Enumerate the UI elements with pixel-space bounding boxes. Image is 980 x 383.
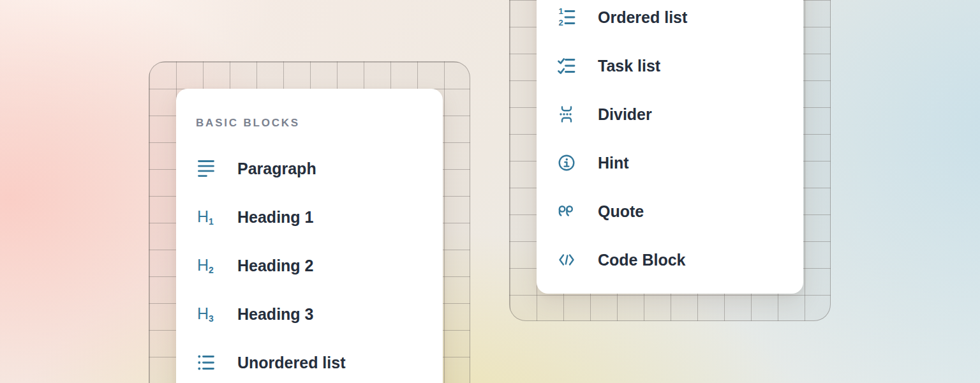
menu-item-code-block[interactable]: Code Block [537,236,803,284]
menu-item-heading-2[interactable]: H 2 Heading 2 [176,241,443,290]
heading-3-icon: H 3 [197,304,216,324]
menu-item-label: Heading 2 [237,257,313,275]
menu-item-heading-1[interactable]: H 1 Heading 1 [176,193,443,241]
svg-text:H: H [197,207,209,225]
heading-1-icon: H 1 [197,207,216,227]
hero-background: { "colors": { "accent_teal": "#33789B", … [0,0,980,383]
gradient-background [0,0,980,383]
heading-2-icon: H 2 [197,256,216,275]
menu-item-task-list[interactable]: Task list [537,41,803,90]
code-block-icon [557,250,576,269]
svg-text:1: 1 [559,8,563,16]
hint-icon [557,153,576,172]
menu-item-label: Quote [598,202,644,221]
menu-item-unordered-list[interactable]: Unordered list [176,338,443,383]
menu-item-label: Divider [598,105,652,124]
unordered-list-icon [197,353,216,372]
quote-icon [557,202,576,221]
menu-item-label: Code Block [598,251,686,269]
divider-icon [557,105,576,124]
menu-item-label: Ordered list [598,8,687,27]
menu-item-label: Paragraph [237,160,316,178]
task-list-icon [557,56,576,75]
svg-text:2: 2 [209,265,214,275]
svg-text:H: H [197,256,209,274]
svg-text:2: 2 [559,18,563,27]
paragraph-icon [197,159,216,178]
menu-item-label: Task list [598,57,660,75]
section-header-basic-blocks: BASIC BLOCKS [196,116,300,131]
menu-item-label: Heading 3 [237,305,313,324]
ordered-list-icon: 1 2 [557,8,576,27]
menu-item-quote[interactable]: Quote [537,187,803,236]
svg-text:1: 1 [209,216,214,227]
menu-item-label: Hint [598,154,629,172]
menu-item-divider[interactable]: Divider [537,90,803,139]
svg-text:3: 3 [209,313,214,324]
menu-item-paragraph[interactable]: Paragraph [176,144,443,193]
svg-text:H: H [197,304,209,322]
menu-item-ordered-list[interactable]: 1 2 Ordered list [537,0,803,41]
menu-item-heading-3[interactable]: H 3 Heading 3 [176,290,443,338]
menu-item-label: Heading 1 [237,208,313,227]
block-menu-basic: BASIC BLOCKS Paragraph H 1 Heading 1 H 2… [176,89,443,383]
menu-item-hint[interactable]: Hint [537,139,803,187]
menu-item-label: Unordered list [237,354,345,372]
block-menu-advanced: 1 2 Ordered list Task list [537,0,803,294]
